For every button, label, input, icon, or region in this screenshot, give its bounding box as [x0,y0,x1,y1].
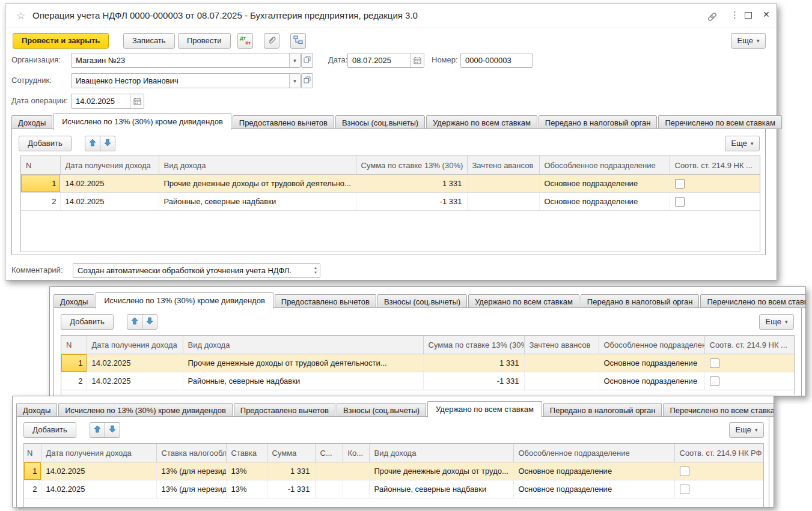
col-tax-rate-kind[interactable]: Ставка налогообло... [156,444,226,462]
art-214-9-checkbox[interactable] [680,485,689,494]
cell-amount[interactable]: 1 331 [356,175,467,193]
cell-tax-rate-kind[interactable]: 13% (для нерезиде... [156,480,226,498]
cell-income-date[interactable]: 14.02.2025 [41,480,156,498]
col-s[interactable]: С... [315,444,343,462]
tab-contributions[interactable]: Взносы (соц.вычеты) [337,403,426,417]
date-input[interactable]: 08.07.2025 [347,53,424,68]
organization-open-button[interactable] [301,53,313,68]
art-214-9-checkbox[interactable] [675,179,685,189]
tab-remitted[interactable]: Перечислено по всем ставкам [663,403,774,417]
tab-deductions[interactable]: Предоставлено вычетов [275,294,376,308]
tab-transferred-to-tax[interactable]: Передано в налоговый орган [543,403,662,417]
close-icon[interactable]: ✕ [763,10,770,19]
cell-income-date[interactable]: 14.02.2025 [87,354,183,372]
cell-income-date[interactable]: 14.02.2025 [60,193,159,211]
dt-kt-postings-button[interactable]: ДтКт [237,33,253,49]
move-row-down-button[interactable] [105,422,120,438]
col-art-214-9[interactable]: Соотв. ст. 214.9 НК РФ [674,444,763,462]
move-row-down-button[interactable] [142,314,157,330]
kebab-menu-icon[interactable]: ⋮ [730,10,740,20]
cell-art-214-9[interactable] [670,193,760,211]
cell-amount[interactable]: 1 331 [423,354,524,372]
tab-remitted[interactable]: Перечислено по всем ставкам [658,115,781,129]
col-income-kind[interactable]: Вид дохода [369,444,513,462]
table-row[interactable]: 2 14.02.2025 Районные, северные надбавки… [21,193,760,211]
tab-incomes[interactable]: Доходы [16,403,57,417]
cell-tax-rate-kind[interactable]: 13% (для нерезиде... [156,462,226,480]
employee-open-button[interactable] [301,73,313,88]
employee-combo[interactable]: Иващенко Нестор Иванович ▾ [71,73,301,88]
col-division[interactable]: Обособленное подразделение [513,444,674,462]
cell-income-date[interactable]: 14.02.2025 [60,175,159,193]
related-documents-button[interactable] [290,33,306,49]
cell-income-date[interactable]: 14.02.2025 [87,372,183,390]
col-income-date[interactable]: Дата получения дохода [87,336,183,354]
cell-advance[interactable] [524,372,599,390]
move-row-up-button[interactable] [85,136,100,151]
cell-income-kind[interactable]: Прочие денежные доходы от трудовой деяте… [183,354,423,372]
cell-income-kind[interactable]: Районные, северные надбавки [159,193,356,211]
add-row-button[interactable]: Добавить [23,422,76,438]
cell-amount[interactable]: -1 331 [356,193,467,211]
art-214-9-checkbox[interactable] [710,376,719,386]
table-row[interactable]: 1 14.02.2025 Прочие денежные доходы от т… [21,175,760,193]
cell-art-214-9[interactable] [704,372,794,390]
maximize-icon[interactable] [745,11,752,20]
col-art-214-9[interactable]: Соотв. ст. 214.9 НК ... [704,336,794,354]
tab-transferred-to-tax[interactable]: Передано в налоговый орган [539,115,658,129]
cell-amount[interactable]: -1 331 [423,372,524,390]
art-214-9-checkbox[interactable] [675,197,685,207]
col-ko[interactable]: Ко... [343,444,369,462]
table-row[interactable]: 1 14.02.2025 13% (для нерезиде... 13% 1 … [24,462,763,480]
col-n[interactable]: N [61,336,87,354]
move-row-up-button[interactable] [127,314,142,330]
cell-division[interactable]: Основное подразделение [599,372,704,390]
cell-n[interactable]: 2 [24,480,41,498]
cell-art-214-9[interactable] [674,462,763,480]
art-214-9-checkbox[interactable] [710,358,719,368]
art-214-9-checkbox[interactable] [680,467,689,476]
col-income-date[interactable]: Дата получения дохода [60,156,159,175]
cell-art-214-9[interactable] [704,354,794,372]
col-n[interactable]: N [24,444,41,462]
col-art-214-9[interactable]: Соотв. ст. 214.9 НК ... [670,156,760,175]
add-row-button[interactable]: Добавить [19,136,72,151]
table-row[interactable]: 2 14.02.2025 13% (для нерезиде... 13% -1… [24,480,763,498]
col-amount-13[interactable]: Сумма по ставке 13% (30%) [356,156,467,175]
tab-incomes[interactable]: Доходы [53,294,94,308]
table-row[interactable]: 1 14.02.2025 Прочие денежные доходы от т… [61,354,794,372]
move-row-down-button[interactable] [100,136,115,151]
cell-ko[interactable] [343,480,369,498]
cell-income-kind[interactable]: Районные, северные надбавки [183,372,423,390]
cell-n[interactable]: 1 [61,354,87,372]
attachments-button[interactable] [264,33,279,49]
col-income-date[interactable]: Дата получения дохода [41,444,156,462]
tab-withheld[interactable]: Удержано по всем ставкам [426,115,537,129]
cell-division[interactable]: Основное подразделение [539,193,670,211]
cell-advance[interactable] [467,193,539,211]
col-amount[interactable]: Сумма [267,444,315,462]
tab-calculated-13[interactable]: Исчислено по 13% (30%) кроме дивидендов [58,403,233,417]
col-rate[interactable]: Ставка [226,444,267,462]
cell-n[interactable]: 2 [61,372,87,390]
dropdown-arrow-icon[interactable]: ▾ [289,53,300,67]
col-amount-13[interactable]: Сумма по ставке 13% (30%) [423,336,524,354]
post-button[interactable]: Провести [178,33,231,49]
table-more-button[interactable]: Еще▾ [725,136,760,151]
col-division[interactable]: Обособленное подразделение [599,336,704,354]
tab-deductions[interactable]: Предоставлено вычетов [233,115,334,129]
add-row-button[interactable]: Добавить [61,314,114,330]
tab-incomes[interactable]: Доходы [11,115,52,129]
cell-n[interactable]: 1 [24,462,41,480]
comment-input[interactable]: Создан автоматически обработкой уточнени… [73,263,320,278]
tab-withheld[interactable]: Удержано по всем ставкам [468,294,579,308]
table-more-button[interactable]: Еще▾ [759,314,794,330]
cell-division[interactable]: Основное подразделение [599,354,704,372]
tab-calculated-13[interactable]: Исчислено по 13% (30%) кроме дивидендов [96,292,273,309]
calendar-icon[interactable] [130,94,144,108]
table-row[interactable]: 2 14.02.2025 Районные, северные надбавки… [61,372,794,390]
col-advance[interactable]: Зачтено авансов [467,156,539,175]
calendar-icon[interactable] [410,53,424,67]
tab-deductions[interactable]: Предоставлено вычетов [234,403,335,417]
cell-n[interactable]: 1 [21,175,60,193]
